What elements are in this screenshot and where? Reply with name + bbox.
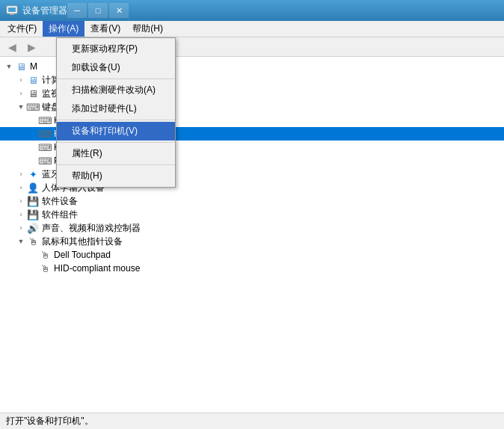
menu-action-uninstall[interactable]: 卸载设备(U) — [57, 58, 175, 77]
menu-separator-sep3 — [57, 142, 175, 143]
menu-action-add-legacy[interactable]: 添加过时硬件(L) — [57, 99, 175, 118]
menu-action-scan[interactable]: 扫描检测硬件改动(A) — [57, 81, 175, 99]
menu-action-devices-printers[interactable]: 设备和打印机(V) — [57, 122, 175, 141]
menu-action-properties[interactable]: 属性(R) — [57, 144, 175, 163]
menu-separator-sep4 — [57, 164, 175, 165]
menu-action-update-driver[interactable]: 更新驱动程序(P) — [57, 40, 175, 58]
menu-action-help[interactable]: 帮助(H) — [57, 167, 175, 185]
action-menu: 更新驱动程序(P)卸载设备(U)扫描检测硬件改动(A)添加过时硬件(L)设备和打… — [56, 37, 176, 188]
menu-separator-sep2 — [57, 120, 175, 120]
menu-separator-sep1 — [57, 78, 175, 79]
